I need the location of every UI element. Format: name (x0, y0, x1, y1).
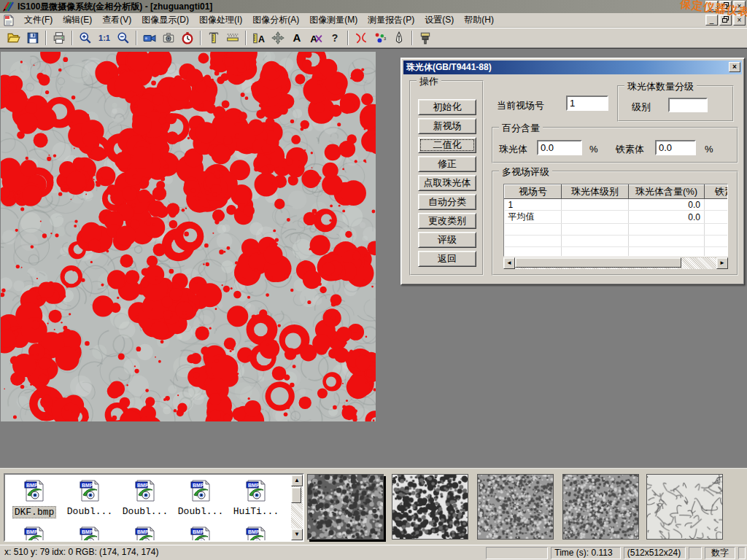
scroll-thumb[interactable] (515, 257, 681, 268)
zoom-in-icon[interactable] (77, 29, 94, 47)
restore-button[interactable] (719, 1, 732, 12)
video-camera-icon[interactable] (141, 29, 158, 47)
mdi-minimize-button[interactable]: _ (705, 15, 718, 26)
file-item[interactable]: BMPDoubl... (62, 476, 117, 518)
file-item-partial[interactable]: BMP (7, 523, 62, 540)
menu-settings[interactable]: 设置(S) (419, 12, 459, 28)
current-view-label: 当前视场号 (497, 99, 544, 112)
thumbnail-1[interactable] (307, 474, 384, 540)
file-item-partial[interactable]: BMP (62, 523, 117, 540)
ferrite-percent-input[interactable]: 0.0 (655, 140, 696, 155)
file-item-partial[interactable]: BMP (117, 523, 173, 540)
status-empty-3 (738, 547, 746, 559)
dialog-close-button[interactable]: × (729, 62, 740, 72)
menu-view[interactable]: 查看(V) (97, 12, 136, 28)
save-icon[interactable] (24, 29, 42, 47)
brush-icon[interactable] (417, 29, 434, 47)
timer-icon[interactable] (179, 29, 196, 47)
scroll-up-icon[interactable]: ▲ (291, 475, 303, 486)
file-item-partial[interactable]: BMP (173, 523, 228, 540)
photo-camera-icon[interactable] (160, 29, 177, 47)
particles-icon[interactable]: 3 (371, 29, 389, 47)
col-pearlite-content[interactable]: 珠光体含量(%) (629, 185, 705, 199)
document-system-icon[interactable] (3, 15, 15, 26)
cell-field-no: 平均值 (505, 211, 562, 224)
current-view-input[interactable]: 1 (566, 96, 608, 111)
menu-image-measure[interactable]: 图像测量(M) (304, 12, 363, 28)
pick-pearlite-button[interactable]: 点取珠光体 (418, 175, 476, 191)
scroll-left-icon[interactable]: ◄ (503, 257, 515, 269)
minimize-button[interactable]: _ (705, 1, 718, 12)
auto-classify-button[interactable]: 自动分类 (418, 194, 476, 210)
menu-help[interactable]: 帮助(H) (459, 12, 499, 28)
grade-group-label: 珠光体数量分级 (624, 80, 697, 93)
col-pearlite-grade[interactable]: 珠光体级别 (562, 185, 629, 199)
open-icon[interactable] (5, 29, 23, 47)
menu-file[interactable]: 文件(F) (19, 12, 58, 28)
file-browser-scrollbar[interactable]: ▲ ▼ (291, 475, 303, 540)
dialog-title-bar[interactable]: 珠光体(GB/T9441-88) × (403, 61, 742, 74)
file-item[interactable]: BMPDoubl... (173, 476, 228, 518)
close-button[interactable]: × (733, 1, 746, 12)
text-icon[interactable]: A (288, 29, 306, 47)
table-row[interactable]: 平均值 0.0 (505, 211, 729, 224)
mdi-close-button[interactable]: × (733, 15, 746, 26)
pearlite-label: 珠光体 (499, 143, 527, 156)
scroll-down-icon[interactable]: ▼ (291, 529, 303, 540)
measure-text-icon[interactable]: A (250, 29, 268, 47)
status-empty-1 (486, 547, 549, 559)
pearlite-dialog: 珠光体(GB/T9441-88) × 操作 初始化 新视场 二值化 修正 点取珠… (400, 58, 745, 285)
binarize-button[interactable]: 二值化 (418, 137, 476, 153)
thumbnail-2[interactable] (392, 474, 468, 540)
file-item[interactable]: BMPDKF.bmp (7, 476, 62, 518)
grade-button[interactable]: 评级 (418, 232, 476, 248)
cell-grade (562, 199, 629, 211)
mdi-restore-button[interactable] (719, 15, 732, 26)
menu-edit[interactable]: 编辑(E) (58, 12, 97, 28)
initialize-button[interactable]: 初始化 (418, 99, 476, 115)
operation-group: 操作 初始化 新视场 二值化 修正 点取珠光体 自动分类 更改类别 评级 返回 (409, 80, 484, 276)
col-field-no[interactable]: 视场号 (505, 185, 562, 199)
svg-text:A: A (258, 34, 265, 44)
menu-image-process[interactable]: 图像处理(I) (194, 12, 247, 28)
scroll-right-icon[interactable]: ► (716, 257, 728, 269)
correct-button[interactable]: 修正 (418, 156, 476, 172)
file-row: BMPDKF.bmpBMPDoubl...BMPDoubl...BMPDoubl… (7, 476, 290, 518)
bmp-file-icon: BMP (79, 479, 101, 505)
return-button[interactable]: 返回 (418, 251, 476, 267)
file-item[interactable]: BMPHuiTi... (228, 476, 284, 518)
help-icon[interactable]: ? (326, 29, 344, 47)
file-item-partial[interactable]: BMP (228, 523, 284, 540)
menu-image-analysis[interactable]: 图像分析(A) (247, 12, 304, 28)
change-class-button[interactable]: 更改类别 (418, 213, 476, 229)
file-item[interactable]: BMPDoubl... (117, 476, 173, 518)
bmp-file-icon: BMP (79, 526, 101, 540)
pen-icon[interactable] (390, 29, 408, 47)
table-row[interactable]: 1 0.0 (505, 199, 729, 211)
col-ferrite[interactable]: 铁素体 (705, 185, 729, 199)
move-icon[interactable] (269, 29, 287, 47)
scroll-thumb[interactable] (291, 487, 301, 503)
ferrite-label: 铁素体 (616, 143, 644, 156)
menu-image-display[interactable]: 图像显示(D) (136, 12, 194, 28)
menu-report[interactable]: 测量报告(P) (363, 12, 419, 28)
multi-field-group-label: 多视场评级 (499, 166, 552, 179)
ruler-icon[interactable] (224, 29, 241, 47)
table-hscrollbar[interactable]: ◄ ► (503, 257, 728, 269)
pearlite-percent-input[interactable]: 0.0 (537, 140, 582, 155)
new-field-button[interactable]: 新视场 (418, 118, 476, 134)
thumbnail-4[interactable] (562, 474, 639, 540)
thumbnail-3[interactable] (477, 474, 554, 540)
text-style-icon[interactable]: A (307, 29, 325, 47)
grade-input[interactable] (668, 98, 708, 112)
curve-tool-icon[interactable] (352, 29, 370, 47)
thumbnail-5[interactable] (646, 474, 723, 540)
zoom-out-icon[interactable] (115, 29, 132, 47)
print-icon[interactable] (50, 29, 68, 47)
status-bar: x: 510 y: 79 idx: 0 RGB: (174, 174, 174)… (0, 545, 747, 560)
bmp-file-icon: BMP (190, 526, 212, 540)
actual-size-icon[interactable]: 1:1 (96, 29, 113, 47)
metallograph-image[interactable] (1, 52, 376, 421)
toolbar-separator (45, 31, 47, 45)
caliper-icon[interactable] (205, 29, 222, 47)
